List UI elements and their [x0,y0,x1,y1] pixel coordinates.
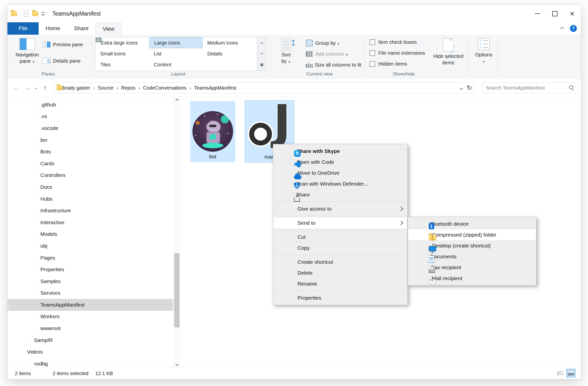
minimize-button[interactable] [529,5,546,22]
checkbox-hidden-items[interactable]: Hidden items [370,60,407,67]
scrollbar-thumb[interactable] [174,253,180,327]
search-icon[interactable] [569,85,574,91]
customize-qat-caret-icon[interactable] [42,12,45,15]
search-input[interactable] [483,85,569,91]
checkbox-file-name-extensions[interactable]: File name extensions [370,49,425,56]
layout-list[interactable]: List [149,48,203,59]
back-icon[interactable]: ← [11,79,21,96]
sidebar-item-sampir[interactable]: SampIR [7,334,173,346]
checkbox-item-check-boxes[interactable]: Item check boxes [370,39,417,46]
menu-item-delete[interactable]: Delete [274,267,407,278]
tab-share[interactable]: Share [67,22,96,35]
sidebar-item-workers[interactable]: Workers [7,311,173,323]
help-icon[interactable]: ? [570,25,577,32]
sidebar-item-vscode[interactable]: .vscode [7,122,173,134]
hide-selected-items-icon [443,38,454,51]
submenu-item-mail-recipient[interactable]: Mail recipient [408,273,536,284]
preview-pane-button[interactable]: Preview pane [43,41,83,48]
sidebar-item-models[interactable]: Models [7,228,173,240]
properties-check-icon[interactable]: ✓ [24,11,29,17]
gallery-scroll-up-icon[interactable] [258,37,266,48]
sidebar-item-services[interactable]: Services [7,287,173,299]
layout-tiles[interactable]: Tiles [96,59,149,70]
submenu-item-documents[interactable]: Documents [408,251,536,262]
sidebar-item-cards[interactable]: Cards [7,158,173,169]
sidebar-item-teamsappmanifest[interactable]: TeamsAppManifest [7,299,173,311]
crumb-teamsappmanifest[interactable]: TeamsAppManifest [194,85,236,91]
forward-icon[interactable]: → [22,79,32,96]
layout-medium-icons[interactable]: Medium icons [203,37,256,48]
gallery-scroll-down-icon[interactable] [258,48,266,60]
sidebar-item-pages[interactable]: Pages [7,252,173,264]
group-by-button[interactable]: Group by [306,39,340,47]
submenu-item-desktop-create-shortcut[interactable]: Desktop (create shortcut) [408,240,536,251]
layout-large-icons[interactable]: Large icons [149,37,203,48]
menu-item-properties[interactable]: Properties [274,292,407,303]
address-bar[interactable]: brady gasterSourceReposCodeConversations… [54,82,474,93]
tab-home[interactable]: Home [39,22,67,35]
recent-locations-icon[interactable] [33,79,39,96]
tab-file[interactable]: File [7,22,39,35]
sidebar-item-obj[interactable]: obj [7,240,173,252]
menu-item-move-to-onedrive[interactable]: Move to OneDrive [274,168,407,178]
new-folder-icon[interactable] [32,11,38,16]
collapse-ribbon-icon[interactable] [560,26,564,30]
menu-item-rename[interactable]: Rename [274,278,407,289]
hide-selected-items-button[interactable]: Hide selected items [433,38,464,66]
sidebar-scrollbar[interactable] [173,97,180,368]
options-button[interactable]: Options [473,38,495,65]
submenu-item-compressed-zipped-folder[interactable]: Compressed (zipped) folder [408,229,536,240]
details-pane-button[interactable]: Details pane [43,57,80,65]
menu-item-give-access-to[interactable]: Give access to [274,203,407,214]
layout-details[interactable]: Details [203,48,256,59]
size-all-columns-button[interactable]: Size all columns to fit [306,61,361,69]
scroll-down-icon[interactable] [174,361,180,368]
sidebar-item-infrastructure[interactable]: Infrastructure [7,205,173,217]
add-columns-button[interactable]: Add columns [306,50,348,58]
layout-extra-large-icons[interactable]: Extra large icons [96,37,149,48]
maximize-button[interactable] [546,5,563,22]
file-tile-bot[interactable]: bot [190,101,235,162]
menu-item-open-with-code[interactable]: Open with Code [274,157,407,168]
sidebar-item-interactive[interactable]: Interactive [7,217,173,228]
menu-item-scan-with-windows-defender[interactable]: Scan with Windows Defender... [274,178,407,189]
sidebar-item-samples[interactable]: Samples [7,275,173,287]
menu-item-cut[interactable]: Cut [274,232,407,242]
menu-item-share[interactable]: Share [274,189,407,200]
sort-by-button[interactable]: ↕ Sort by [277,38,295,65]
submenu-item-bluetooth-device[interactable]: Bluetooth device [408,218,536,229]
tab-view[interactable]: View [95,23,121,35]
sidebar-item-properties[interactable]: Properties [7,264,173,275]
layout-content[interactable]: Content [149,59,203,70]
quick-access-toolbar: ✓ [7,10,48,17]
crumb-codeconversations[interactable]: CodeConversations [143,85,194,91]
menu-item-share-with-skype[interactable]: Share with Skype [274,146,407,157]
menu-item-copy[interactable]: Copy [274,242,407,253]
sidebar-item-bin[interactable]: bin [7,134,173,146]
thumbnail-view-toggle[interactable] [566,369,575,377]
sidebar-item-github[interactable]: .github [7,99,173,111]
sidebar-item-vsdbg[interactable]: vsdbg [7,358,173,368]
menu-item-create-shortcut[interactable]: Create shortcut [274,257,407,267]
refresh-icon[interactable]: ↻ [467,84,472,92]
layout-small-icons[interactable]: Small icons [96,48,149,59]
details-view-toggle[interactable] [556,369,564,377]
scroll-up-icon[interactable] [174,97,180,104]
up-icon[interactable]: ↑ [40,79,51,96]
navigation-pane-button[interactable]: Navigation pane [14,38,40,65]
sidebar-item-wwwroot[interactable]: wwwroot [7,322,173,334]
close-button[interactable]: × [563,5,581,22]
sidebar-item-videos[interactable]: Videos [7,346,173,358]
submenu-item-fax-recipient[interactable]: Fax recipient [408,262,536,273]
crumb-brady-gaster[interactable]: brady gaster [63,85,98,91]
menu-item-send-to[interactable]: Send to [274,217,407,228]
crumb-repos[interactable]: Repos [121,85,143,91]
sidebar-item-hubs[interactable]: Hubs [7,193,173,205]
crumb-source[interactable]: Source [98,85,121,91]
address-dropdown-icon[interactable] [459,86,463,90]
sidebar-item-bots[interactable]: Bots [7,146,173,158]
sidebar-item-controllers[interactable]: Controllers [7,169,173,181]
gallery-more-icon[interactable] [258,59,266,71]
sidebar-item-vs[interactable]: .vs [7,111,173,122]
sidebar-item-docs[interactable]: Docs [7,181,173,193]
